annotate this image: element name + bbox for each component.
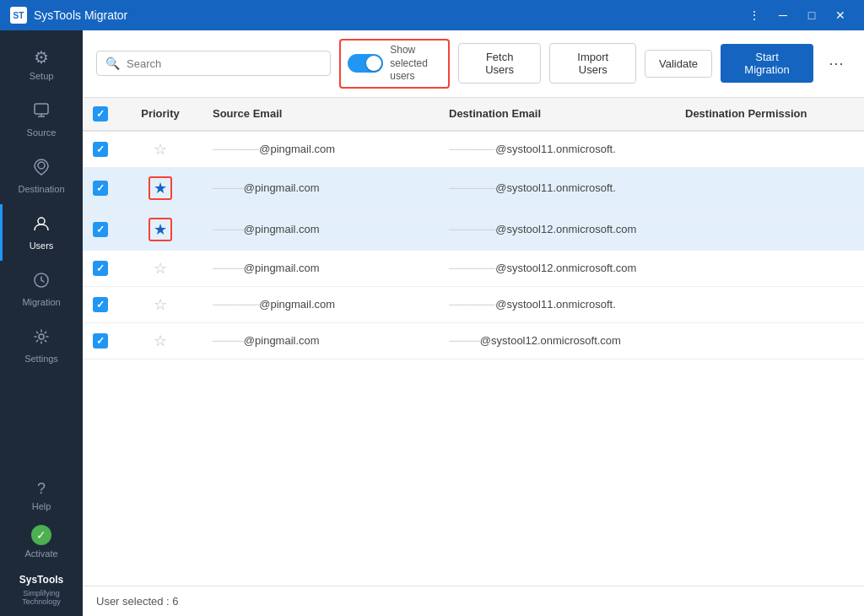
active-indicator xyxy=(0,204,3,261)
start-migration-button[interactable]: Start Migration xyxy=(721,44,813,83)
sidebar-item-users[interactable]: Users xyxy=(0,204,83,261)
brand-logo: SysTools Simplifying Technology xyxy=(0,565,83,609)
sidebar-item-source[interactable]: Source xyxy=(0,91,83,148)
row-checkbox[interactable] xyxy=(93,333,108,349)
sidebar-label-destination: Destination xyxy=(18,184,64,194)
sidebar-label-setup: Setup xyxy=(30,71,54,81)
select-all-checkbox[interactable] xyxy=(93,106,108,122)
destination-email-cell: ──────@systool11.onmicrosoft. xyxy=(439,286,675,322)
priority-cell: ☆ xyxy=(118,286,202,322)
priority-cell: ☆ xyxy=(118,131,202,168)
show-selected-toggle-section: Show selected users xyxy=(339,39,450,89)
toggle-knob xyxy=(366,56,381,71)
destination-permission-cell xyxy=(675,322,864,359)
more-menu-button[interactable]: ⋮ xyxy=(741,3,768,27)
show-selected-toggle[interactable] xyxy=(348,54,383,73)
destination-email-cell: ──────@systool12.onmicrosoft.com xyxy=(439,250,675,286)
table-row: ☆────@pingmail.com──────@systool12.onmic… xyxy=(83,250,864,286)
sidebar-label-help: Help xyxy=(32,501,51,511)
close-button[interactable]: ✕ xyxy=(827,3,854,27)
source-email-cell: ──────@pingmail.com xyxy=(202,131,439,168)
header-source-email: Source Email xyxy=(202,98,439,131)
priority-star-empty[interactable]: ☆ xyxy=(154,296,167,313)
users-table-container: Priority Source Email Destination Email … xyxy=(83,98,864,586)
maximize-button[interactable]: □ xyxy=(798,3,825,27)
user-selected-count: User selected : 6 xyxy=(96,595,179,608)
priority-star-filled[interactable]: ★ xyxy=(154,179,167,197)
row-checkbox[interactable] xyxy=(93,222,108,237)
table-header: Priority Source Email Destination Email … xyxy=(83,98,864,131)
header-checkbox-cell xyxy=(83,98,118,131)
sidebar: ⚙ Setup Source Destination xyxy=(0,30,83,616)
status-bar: User selected : 6 xyxy=(83,586,864,616)
sidebar-item-setup[interactable]: ⚙ Setup xyxy=(0,37,83,91)
sidebar-label-migration: Migration xyxy=(22,297,60,307)
main-layout: ⚙ Setup Source Destination xyxy=(0,30,864,616)
destination-permission-cell xyxy=(675,208,864,250)
title-bar-left: ST SysTools Migrator xyxy=(10,7,127,24)
row-checkbox[interactable] xyxy=(93,261,108,276)
table-row: ☆────@pingmail.com────@systool12.onmicro… xyxy=(83,322,864,359)
app-title: SysTools Migrator xyxy=(34,8,127,22)
table-row: ★────@pingmail.com──────@systool11.onmic… xyxy=(83,167,864,208)
source-email-cell: ────@pingmail.com xyxy=(202,322,439,359)
priority-star-filled[interactable]: ★ xyxy=(154,220,167,239)
sidebar-item-settings[interactable]: Settings xyxy=(0,317,83,374)
sidebar-item-migration[interactable]: Migration xyxy=(0,261,83,317)
table-row: ★────@pingmail.com──────@systool12.onmic… xyxy=(83,208,864,250)
destination-email-cell: ────@systool12.onmicrosoft.com xyxy=(439,322,675,359)
import-users-button[interactable]: Import Users xyxy=(549,43,636,84)
header-destination-email: Destination Email xyxy=(439,98,675,131)
validate-button[interactable]: Validate xyxy=(645,50,712,78)
destination-permission-cell xyxy=(675,286,864,322)
brand-sub: Simplifying Technology xyxy=(3,589,79,606)
row-checkbox[interactable] xyxy=(93,297,108,312)
table-row: ☆──────@pingmail.com──────@systool11.onm… xyxy=(83,286,864,322)
search-input[interactable] xyxy=(127,57,321,70)
destination-email-cell: ──────@systool12.onmicrosoft.com xyxy=(439,208,675,250)
svg-point-6 xyxy=(39,334,44,339)
setup-icon: ⚙ xyxy=(34,47,49,68)
activate-check-icon: ✓ xyxy=(31,525,51,545)
priority-star-empty[interactable]: ☆ xyxy=(154,260,167,277)
priority-cell: ★ xyxy=(118,167,202,208)
minimize-button[interactable]: ─ xyxy=(770,3,796,27)
toolbar: 🔍 Show selected users Fetch Users Import… xyxy=(83,30,864,98)
sidebar-item-activate[interactable]: ✓ Activate xyxy=(21,518,61,565)
search-icon: 🔍 xyxy=(105,57,120,70)
priority-cell: ☆ xyxy=(118,322,202,359)
source-email-cell: ────@pingmail.com xyxy=(202,250,439,286)
svg-point-4 xyxy=(38,218,45,224)
sidebar-label-source: Source xyxy=(27,127,57,138)
toolbar-more-button[interactable]: ⋯ xyxy=(822,51,850,76)
fetch-users-button[interactable]: Fetch Users xyxy=(458,43,542,84)
users-icon xyxy=(32,214,51,237)
priority-cell: ☆ xyxy=(118,250,202,286)
content-area: 🔍 Show selected users Fetch Users Import… xyxy=(83,30,864,616)
source-email-cell: ────@pingmail.com xyxy=(202,167,439,208)
priority-cell: ★ xyxy=(118,208,202,250)
toggle-label: Show selected users xyxy=(390,44,441,84)
row-checkbox[interactable] xyxy=(93,181,108,196)
title-bar-controls: ⋮ ─ □ ✕ xyxy=(741,3,854,27)
sidebar-item-destination[interactable]: Destination xyxy=(0,148,83,204)
brand-name: SysTools xyxy=(3,570,79,589)
table-body: ☆──────@pingmail.com──────@systool11.onm… xyxy=(83,131,864,359)
sidebar-item-help[interactable]: ? Help xyxy=(29,473,55,518)
sidebar-label-users: Users xyxy=(30,240,54,251)
sidebar-label-activate: Activate xyxy=(24,548,57,559)
destination-email-cell: ──────@systool11.onmicrosoft. xyxy=(439,167,675,208)
header-destination-permission: Destination Permission xyxy=(675,98,864,131)
destination-email-cell: ──────@systool11.onmicrosoft. xyxy=(439,131,675,168)
source-email-cell: ────@pingmail.com xyxy=(202,208,439,250)
svg-rect-0 xyxy=(35,104,48,114)
table-row: ☆──────@pingmail.com──────@systool11.onm… xyxy=(83,131,864,168)
destination-permission-cell xyxy=(675,167,864,208)
destination-permission-cell xyxy=(675,250,864,286)
priority-star-empty[interactable]: ☆ xyxy=(154,141,167,158)
settings-icon xyxy=(32,327,51,350)
search-box[interactable]: 🔍 xyxy=(96,51,331,76)
row-checkbox[interactable] xyxy=(93,142,108,157)
priority-star-empty[interactable]: ☆ xyxy=(154,332,167,349)
users-table: Priority Source Email Destination Email … xyxy=(83,98,864,359)
